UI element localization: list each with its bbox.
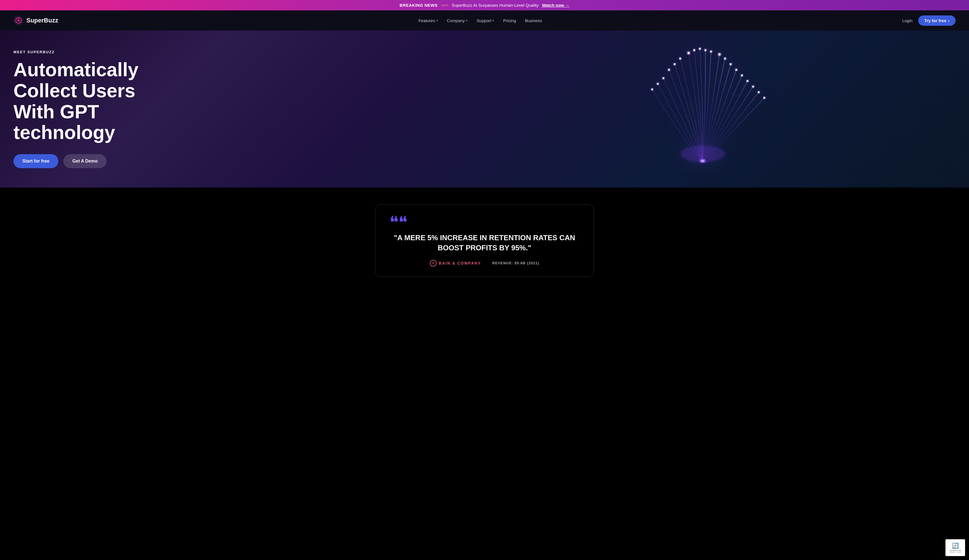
svg-point-34	[752, 86, 754, 88]
svg-point-6	[668, 69, 670, 71]
nav-links: Features ▾ Company ▾ Support ▾ Pricing B…	[418, 18, 542, 23]
svg-point-17	[704, 49, 707, 52]
svg-point-33	[752, 85, 754, 88]
nav-company[interactable]: Company ▾	[447, 18, 468, 23]
hero-title: Automatically Collect Users With GPT tec…	[13, 59, 138, 143]
fiber-optic-graphic	[619, 36, 787, 182]
banner-arrows: >>>	[441, 3, 448, 8]
svg-point-18	[704, 49, 706, 51]
svg-point-46	[701, 160, 704, 162]
chevron-down-icon: ▾	[466, 19, 468, 22]
svg-point-4	[680, 145, 725, 162]
svg-point-30	[741, 75, 743, 76]
logo-text: SuperBuzz	[27, 17, 58, 24]
nav-business[interactable]: Business	[525, 18, 542, 23]
svg-point-21	[718, 53, 721, 56]
svg-point-14	[693, 49, 695, 51]
svg-point-10	[679, 58, 681, 60]
watch-now-link[interactable]: Watch now →	[542, 3, 569, 8]
quote-text: "A MERE 5% INCREASE IN RETENTION RATES C…	[390, 233, 579, 253]
svg-point-36	[758, 91, 759, 93]
svg-point-29	[741, 74, 743, 77]
svg-point-39	[662, 77, 665, 80]
hero-graphic	[436, 30, 969, 188]
svg-point-45	[699, 159, 706, 163]
svg-point-38	[764, 97, 765, 99]
nav-actions: Login Try for free ›	[902, 15, 956, 26]
login-button[interactable]: Login	[902, 18, 912, 23]
svg-point-31	[746, 80, 749, 82]
svg-point-26	[730, 63, 731, 65]
svg-point-2	[17, 19, 20, 22]
svg-point-13	[693, 49, 696, 52]
svg-point-19	[710, 50, 713, 53]
svg-point-7	[673, 63, 676, 66]
nav-features[interactable]: Features ▾	[418, 18, 438, 23]
quote-marks: ❝❝	[390, 216, 579, 229]
start-for-free-button[interactable]: Start for free	[13, 154, 58, 168]
svg-point-3	[18, 17, 19, 19]
chevron-down-icon: ▾	[492, 19, 494, 22]
quote-footer: ↺ BAIN & COMPANY REVENUE: $5.8B (2021)	[390, 260, 579, 266]
banner-message: SuperBuzz AI Surpasses Human-Level Quali…	[452, 3, 539, 8]
quote-section: ❝❝ "A MERE 5% INCREASE IN RETENTION RATE…	[0, 188, 969, 294]
svg-point-40	[663, 77, 664, 79]
svg-point-22	[718, 53, 720, 55]
svg-point-23	[724, 57, 726, 60]
navbar: SuperBuzz Features ▾ Company ▾ Support ▾…	[0, 10, 969, 30]
quote-revenue: REVENUE: $5.8B (2021)	[492, 261, 539, 265]
nav-pricing[interactable]: Pricing	[503, 18, 516, 23]
hero-tag: MEET SUPERBUZZ	[13, 50, 138, 54]
hero-actions: Start for free Get A Demo	[13, 154, 138, 168]
svg-point-35	[757, 91, 760, 94]
svg-point-41	[656, 82, 659, 85]
get-demo-button[interactable]: Get A Demo	[63, 154, 107, 168]
svg-point-16	[699, 48, 701, 50]
quote-card: ❝❝ "A MERE 5% INCREASE IN RETENTION RATE…	[375, 204, 594, 277]
svg-point-44	[651, 88, 653, 90]
logo[interactable]: SuperBuzz	[13, 15, 58, 25]
svg-point-27	[735, 68, 738, 71]
svg-point-32	[747, 80, 748, 82]
chevron-down-icon: ▾	[436, 19, 438, 22]
svg-point-5	[668, 68, 670, 71]
hero-content: MEET SUPERBUZZ Automatically Collect Use…	[13, 50, 138, 168]
svg-point-8	[674, 63, 676, 65]
nav-support[interactable]: Support ▾	[477, 18, 494, 23]
svg-point-42	[657, 83, 659, 85]
svg-point-12	[688, 52, 689, 54]
svg-point-28	[736, 69, 737, 71]
svg-point-25	[729, 63, 732, 66]
svg-point-24	[724, 58, 726, 60]
logo-icon	[13, 15, 23, 25]
svg-point-37	[763, 96, 766, 99]
arrow-icon: ›	[948, 18, 949, 23]
svg-point-9	[679, 57, 682, 60]
try-for-free-button[interactable]: Try for free ›	[918, 15, 956, 26]
quote-company: ↺ BAIN & COMPANY	[430, 260, 481, 266]
svg-point-11	[687, 51, 690, 55]
svg-point-15	[698, 47, 701, 50]
breaking-label: BREAKING NEWS	[400, 3, 438, 8]
svg-point-43	[651, 88, 654, 91]
hero-section: MEET SUPERBUZZ Automatically Collect Use…	[0, 30, 969, 188]
breaking-news-banner: BREAKING NEWS >>> SuperBuzz AI Surpasses…	[0, 0, 969, 10]
company-icon: ↺	[430, 260, 436, 266]
svg-point-20	[710, 51, 712, 52]
